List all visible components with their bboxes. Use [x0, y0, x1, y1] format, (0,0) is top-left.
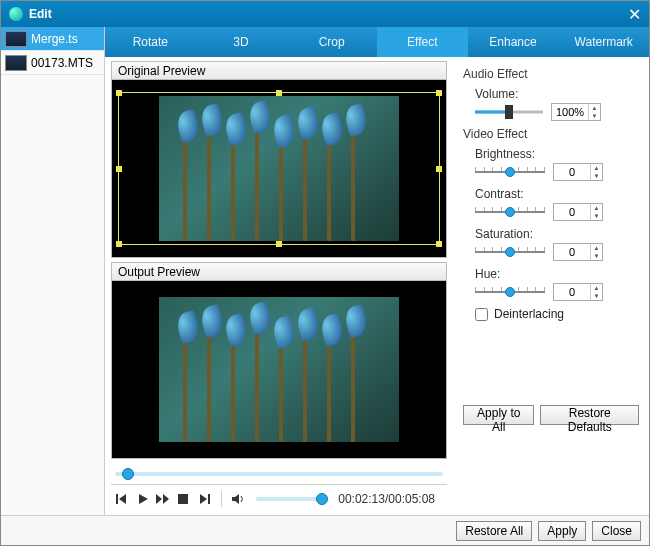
- output-preview-label: Output Preview: [111, 262, 447, 281]
- tab-watermark[interactable]: Watermark: [558, 27, 649, 57]
- prev-button[interactable]: [115, 491, 129, 507]
- hue-spinner[interactable]: ▲▼: [553, 283, 603, 301]
- crop-handle-b[interactable]: [276, 241, 282, 247]
- spin-down-icon[interactable]: ▼: [589, 112, 600, 120]
- svg-marker-3: [156, 494, 162, 504]
- footer: Restore All Apply Close: [1, 515, 649, 545]
- spin-up-icon[interactable]: ▲: [591, 244, 602, 252]
- deinterlace-input[interactable]: [475, 308, 488, 321]
- effects-panel: Audio Effect Volume: ▲▼: [453, 57, 649, 515]
- stop-button[interactable]: [176, 491, 190, 507]
- svg-rect-7: [208, 494, 210, 504]
- hue-slider[interactable]: [475, 285, 545, 299]
- preview-column: Original Preview: [105, 57, 453, 515]
- tab-crop[interactable]: Crop: [286, 27, 377, 57]
- file-name: 00173.MTS: [31, 56, 93, 70]
- audio-volume-slider[interactable]: [475, 107, 543, 117]
- brightness-input[interactable]: [554, 164, 590, 180]
- volume-icon[interactable]: [232, 491, 246, 507]
- svg-rect-0: [116, 494, 118, 504]
- saturation-label: Saturation:: [475, 227, 639, 241]
- crop-handle-r[interactable]: [436, 166, 442, 172]
- tab-effect[interactable]: Effect: [377, 27, 468, 57]
- divider: [221, 491, 222, 507]
- body: Merge.ts 00173.MTS Rotate 3D Crop Effect…: [1, 27, 649, 515]
- spin-down-icon[interactable]: ▼: [591, 172, 602, 180]
- tab-enhance[interactable]: Enhance: [468, 27, 559, 57]
- contrast-label: Contrast:: [475, 187, 639, 201]
- timeline: [111, 463, 447, 484]
- crop-handle-tr[interactable]: [436, 90, 442, 96]
- volume-thumb[interactable]: [316, 493, 328, 505]
- play-button[interactable]: [135, 491, 149, 507]
- svg-marker-1: [119, 494, 126, 504]
- tab-rotate[interactable]: Rotate: [105, 27, 196, 57]
- time-display: 00:02:13/00:05:08: [338, 492, 443, 506]
- spin-up-icon[interactable]: ▲: [591, 164, 602, 172]
- svg-marker-8: [232, 494, 239, 504]
- file-item-merge[interactable]: Merge.ts: [1, 27, 104, 51]
- spin-down-icon[interactable]: ▼: [591, 212, 602, 220]
- transport-bar: 00:02:13/00:05:08: [111, 484, 447, 513]
- spin-up-icon[interactable]: ▲: [591, 284, 602, 292]
- file-item-00173[interactable]: 00173.MTS: [1, 51, 104, 75]
- ffwd-button[interactable]: [156, 491, 170, 507]
- volume-slider[interactable]: [256, 497, 328, 501]
- main-panel: Rotate 3D Crop Effect Enhance Watermark …: [105, 27, 649, 515]
- contrast-input[interactable]: [554, 204, 590, 220]
- saturation-spinner[interactable]: ▲▼: [553, 243, 603, 261]
- tab-3d[interactable]: 3D: [196, 27, 287, 57]
- svg-marker-2: [139, 494, 148, 504]
- audio-volume-spinner[interactable]: ▲▼: [551, 103, 601, 121]
- video-frame: [159, 96, 399, 241]
- titlebar: Edit ✕: [1, 1, 649, 27]
- contrast-knob[interactable]: [505, 207, 515, 217]
- window-title: Edit: [29, 7, 52, 21]
- video-frame: [159, 297, 399, 442]
- crop-handle-bl[interactable]: [116, 241, 122, 247]
- restore-defaults-button[interactable]: Restore Defaults: [540, 405, 639, 425]
- file-thumb: [5, 31, 27, 47]
- svg-marker-6: [200, 494, 207, 504]
- spin-down-icon[interactable]: ▼: [591, 252, 602, 260]
- apply-to-all-button[interactable]: Apply to All: [463, 405, 534, 425]
- saturation-knob[interactable]: [505, 247, 515, 257]
- deinterlace-label: Deinterlacing: [494, 307, 564, 321]
- hue-input[interactable]: [554, 284, 590, 300]
- brightness-knob[interactable]: [505, 167, 515, 177]
- close-icon[interactable]: ✕: [628, 5, 641, 24]
- file-list: Merge.ts 00173.MTS: [1, 27, 105, 515]
- close-button[interactable]: Close: [592, 521, 641, 541]
- crop-handle-tl[interactable]: [116, 90, 122, 96]
- deinterlace-checkbox[interactable]: Deinterlacing: [475, 307, 639, 321]
- edit-window: Edit ✕ Merge.ts 00173.MTS Rotate 3D Crop…: [0, 0, 650, 546]
- crop-handle-br[interactable]: [436, 241, 442, 247]
- audio-volume-knob[interactable]: [505, 105, 513, 119]
- brightness-spinner[interactable]: ▲▼: [553, 163, 603, 181]
- brightness-slider[interactable]: [475, 165, 545, 179]
- output-preview: [111, 281, 447, 459]
- brightness-label: Brightness:: [475, 147, 639, 161]
- contrast-slider[interactable]: [475, 205, 545, 219]
- saturation-input[interactable]: [554, 244, 590, 260]
- spin-down-icon[interactable]: ▼: [591, 292, 602, 300]
- time-total: 00:05:08: [388, 492, 435, 506]
- audio-volume-input[interactable]: [552, 104, 588, 120]
- saturation-slider[interactable]: [475, 245, 545, 259]
- app-icon: [9, 7, 23, 21]
- seek-slider[interactable]: [115, 472, 443, 476]
- apply-button[interactable]: Apply: [538, 521, 586, 541]
- work-area: Original Preview: [105, 57, 649, 515]
- spin-up-icon[interactable]: ▲: [591, 204, 602, 212]
- seek-thumb[interactable]: [122, 468, 134, 480]
- hue-label: Hue:: [475, 267, 639, 281]
- next-button[interactable]: [197, 491, 211, 507]
- hue-knob[interactable]: [505, 287, 515, 297]
- spin-up-icon[interactable]: ▲: [589, 104, 600, 112]
- video-effect-heading: Video Effect: [463, 127, 639, 141]
- crop-handle-l[interactable]: [116, 166, 122, 172]
- contrast-spinner[interactable]: ▲▼: [553, 203, 603, 221]
- svg-marker-4: [163, 494, 169, 504]
- restore-all-button[interactable]: Restore All: [456, 521, 532, 541]
- svg-rect-5: [178, 494, 188, 504]
